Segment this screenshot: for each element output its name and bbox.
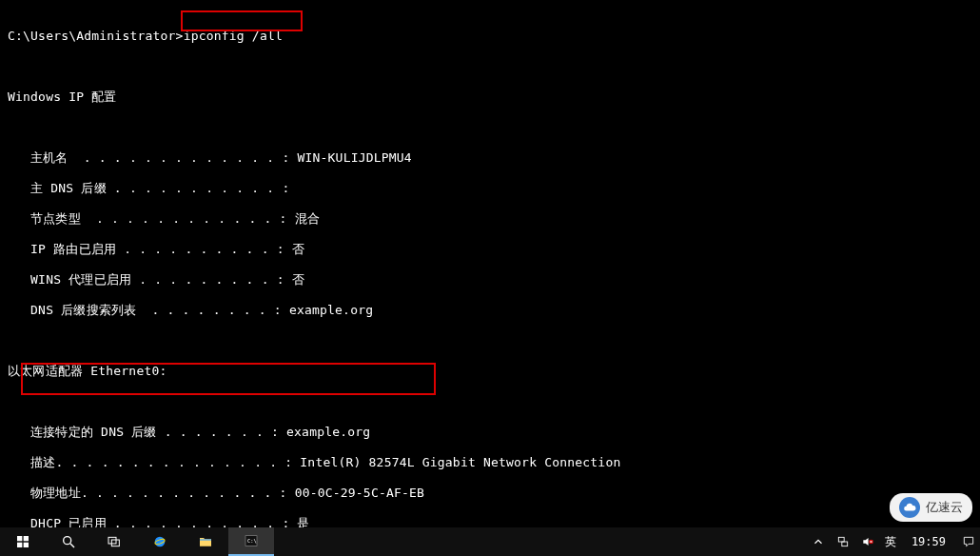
task-view-icon <box>107 534 122 549</box>
ie-button[interactable] <box>137 527 183 556</box>
ime-indicator[interactable]: 英 <box>885 534 896 550</box>
section-title: Windows IP 配置 <box>8 89 972 105</box>
blank-line <box>8 394 972 409</box>
svg-point-0 <box>64 537 71 545</box>
cmd-icon: C:\ <box>244 533 259 548</box>
cfg-wins-proxy: WINS 代理已启用 . . . . . . . . . : 否 <box>8 272 972 288</box>
system-tray: 英 19:59 <box>811 527 980 556</box>
prompt: C:\Users\Administrator> <box>8 29 184 43</box>
svg-rect-3 <box>111 540 119 546</box>
svg-rect-2 <box>108 537 116 544</box>
tray-volume[interactable] <box>860 534 875 549</box>
folder-icon <box>198 534 213 549</box>
ie-icon <box>152 534 167 549</box>
cfg-dns-search: DNS 后缀搜索列表 . . . . . . . . : example.org <box>8 303 972 318</box>
blank-line <box>8 333 972 348</box>
explorer-button[interactable] <box>183 527 228 556</box>
terminal-output[interactable]: C:\Users\Administrator>ipconfig /all Win… <box>0 0 980 556</box>
task-view-button[interactable] <box>91 527 137 556</box>
notification-icon <box>962 535 975 548</box>
search-icon <box>61 534 76 549</box>
cfg-node-type: 节点类型 . . . . . . . . . . . . : 混合 <box>8 211 972 227</box>
prompt-line: C:\Users\Administrator>ipconfig /all <box>8 29 972 44</box>
cmd-button[interactable]: C:\ <box>228 527 274 556</box>
cfg-ip-routing: IP 路由已启用 . . . . . . . . . . : 否 <box>8 242 972 257</box>
start-button[interactable] <box>0 527 46 556</box>
watermark-text: 亿速云 <box>926 499 963 516</box>
cloud-icon <box>899 497 920 518</box>
taskbar-left: C:\ <box>0 527 274 556</box>
eth-description: 描述. . . . . . . . . . . . . . . : Intel(… <box>8 455 972 470</box>
cfg-primary-dns: 主 DNS 后缀 . . . . . . . . . . . : <box>8 181 972 196</box>
blank-line <box>8 120 972 135</box>
network-icon <box>836 535 850 548</box>
chevron-up-icon <box>812 535 825 548</box>
eth-conn-dns: 连接特定的 DNS 后缀 . . . . . . . : example.org <box>8 425 972 440</box>
watermark-badge: 亿速云 <box>890 493 972 522</box>
cfg-hostname: 主机名 . . . . . . . . . . . . . : WIN-KULI… <box>8 150 972 166</box>
clock[interactable]: 19:59 <box>906 535 951 548</box>
tray-network[interactable] <box>835 534 851 549</box>
eth-physical: 物理地址. . . . . . . . . . . . . : 00-0C-29… <box>8 486 972 501</box>
adapter-title: 以太网适配器 Ethernet0: <box>8 364 972 379</box>
search-button[interactable] <box>46 527 91 556</box>
volume-mute-icon <box>861 535 874 548</box>
svg-text:C:\: C:\ <box>247 538 257 544</box>
taskbar: C:\ 英 19:59 <box>0 527 980 556</box>
svg-rect-9 <box>842 542 848 546</box>
svg-rect-8 <box>838 537 844 542</box>
svg-line-1 <box>70 544 74 547</box>
tray-chevron-up[interactable] <box>811 534 826 549</box>
windows-icon <box>15 534 30 549</box>
blank-line <box>8 59 972 74</box>
command-text: ipconfig /all <box>184 29 283 43</box>
action-center[interactable] <box>961 534 976 549</box>
